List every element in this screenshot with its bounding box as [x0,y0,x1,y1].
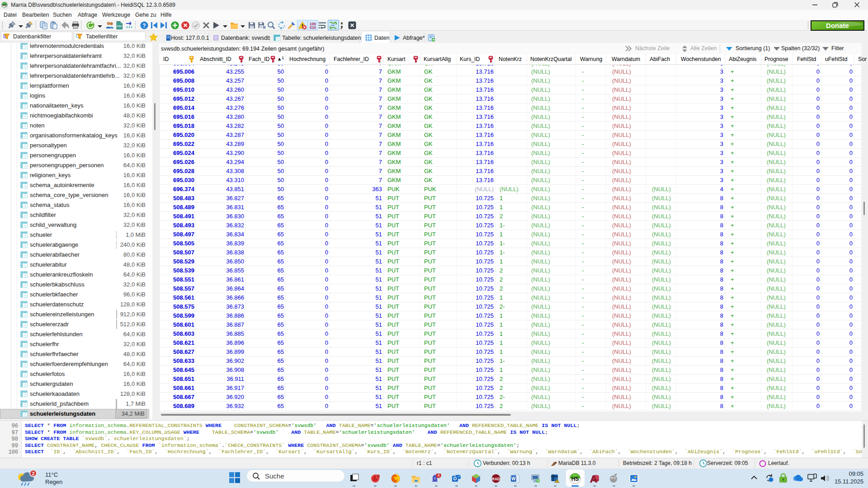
svg-text:W: W [511,476,516,481]
svg-text:?: ? [142,23,146,29]
svg-text:T: T [434,477,436,481]
svg-text:010: 010 [310,25,316,30]
svg-text:HS: HS [2,4,7,7]
svg-text:CSV: CSV [117,25,122,28]
svg-text:HS: HS [571,476,579,482]
svg-text:RAD: RAD [492,477,500,481]
svg-text:4: 4 [437,474,439,478]
svg-text:O: O [453,476,457,481]
